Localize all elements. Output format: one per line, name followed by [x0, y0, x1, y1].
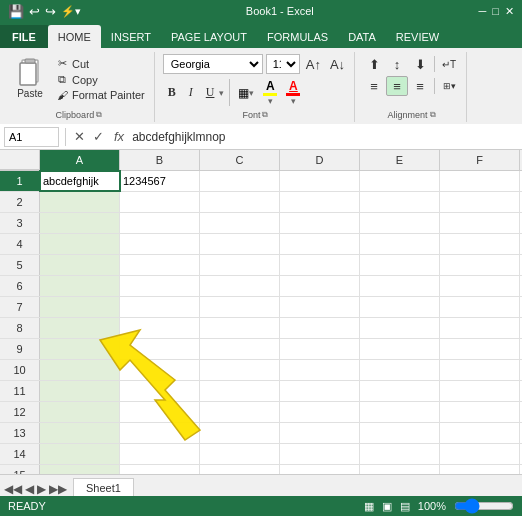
row-header-13[interactable]: 13 [0, 423, 40, 443]
cell-D6[interactable] [280, 276, 360, 296]
row-header-11[interactable]: 11 [0, 381, 40, 401]
fill-color-dropdown[interactable]: ▾ [268, 96, 273, 106]
copy-button[interactable]: ⧉ Copy [52, 72, 148, 87]
cell-E13[interactable] [360, 423, 440, 443]
minimize-button[interactable]: ─ [479, 5, 487, 18]
cell-B14[interactable] [120, 444, 200, 464]
tab-data[interactable]: DATA [338, 25, 386, 48]
cell-E1[interactable] [360, 171, 440, 191]
cell-B12[interactable] [120, 402, 200, 422]
row-header-12[interactable]: 12 [0, 402, 40, 422]
cell-F13[interactable] [440, 423, 520, 443]
col-header-E[interactable]: E [360, 150, 440, 170]
cell-F9[interactable] [440, 339, 520, 359]
cell-A7[interactable] [40, 297, 120, 317]
cell-F15[interactable] [440, 465, 520, 474]
cancel-formula-button[interactable]: ✕ [72, 129, 87, 144]
cell-reference-box[interactable]: A1 [4, 127, 59, 147]
cell-D4[interactable] [280, 234, 360, 254]
underline-dropdown-icon[interactable]: ▾ [219, 88, 224, 98]
col-header-A[interactable]: A [40, 150, 120, 170]
font-color-button[interactable]: A ▾ [283, 77, 303, 108]
cell-F2[interactable] [440, 192, 520, 212]
row-header-7[interactable]: 7 [0, 297, 40, 317]
clipboard-expander-icon[interactable]: ⧉ [96, 110, 102, 120]
cell-C15[interactable] [200, 465, 280, 474]
cell-C2[interactable] [200, 192, 280, 212]
row-header-8[interactable]: 8 [0, 318, 40, 338]
cell-F10[interactable] [440, 360, 520, 380]
cell-D14[interactable] [280, 444, 360, 464]
cell-A14[interactable] [40, 444, 120, 464]
sheet-nav-last[interactable]: ▶▶ [49, 482, 67, 496]
cell-B7[interactable] [120, 297, 200, 317]
cell-C6[interactable] [200, 276, 280, 296]
cell-F1[interactable] [440, 171, 520, 191]
alignment-expander-icon[interactable]: ⧉ [430, 110, 436, 120]
font-color-dropdown[interactable]: ▾ [291, 96, 296, 106]
cell-F4[interactable] [440, 234, 520, 254]
cell-A3[interactable] [40, 213, 120, 233]
save-icon[interactable]: 💾 [8, 4, 24, 19]
row-header-10[interactable]: 10 [0, 360, 40, 380]
align-top-button[interactable]: ⬆ [363, 54, 385, 74]
cell-E8[interactable] [360, 318, 440, 338]
font-family-select[interactable]: Georgia [163, 54, 263, 74]
tab-insert[interactable]: INSERT [101, 25, 161, 48]
cell-E4[interactable] [360, 234, 440, 254]
cell-E5[interactable] [360, 255, 440, 275]
cell-E15[interactable] [360, 465, 440, 474]
tab-home[interactable]: HOME [48, 25, 101, 48]
cell-E2[interactable] [360, 192, 440, 212]
cell-A10[interactable] [40, 360, 120, 380]
font-expander-icon[interactable]: ⧉ [262, 110, 268, 120]
select-all-button[interactable] [0, 150, 40, 170]
cell-A1[interactable]: abcdefghijk [40, 171, 120, 191]
cell-C12[interactable] [200, 402, 280, 422]
cell-D11[interactable] [280, 381, 360, 401]
page-layout-view-icon[interactable]: ▣ [382, 500, 392, 513]
cell-B6[interactable] [120, 276, 200, 296]
sheet-nav-first[interactable]: ◀◀ [4, 482, 22, 496]
sheet-nav-prev[interactable]: ◀ [25, 482, 34, 496]
cell-C13[interactable] [200, 423, 280, 443]
cell-C8[interactable] [200, 318, 280, 338]
cell-F6[interactable] [440, 276, 520, 296]
tab-page-layout[interactable]: PAGE LAYOUT [161, 25, 257, 48]
italic-button[interactable]: I [184, 83, 198, 103]
cell-E11[interactable] [360, 381, 440, 401]
cell-B13[interactable] [120, 423, 200, 443]
wrap-text-button[interactable]: ↵T [438, 54, 460, 74]
cell-B2[interactable] [120, 192, 200, 212]
row-header-6[interactable]: 6 [0, 276, 40, 296]
cell-A15[interactable] [40, 465, 120, 474]
cell-E14[interactable] [360, 444, 440, 464]
bold-button[interactable]: B [163, 83, 181, 103]
cell-D10[interactable] [280, 360, 360, 380]
align-bottom-button[interactable]: ⬇ [409, 54, 431, 74]
cell-B8[interactable] [120, 318, 200, 338]
cell-D2[interactable] [280, 192, 360, 212]
cell-E10[interactable] [360, 360, 440, 380]
cell-C10[interactable] [200, 360, 280, 380]
merge-center-button[interactable]: ⊞▾ [438, 76, 460, 96]
row-header-15[interactable]: 15 [0, 465, 40, 474]
col-header-B[interactable]: B [120, 150, 200, 170]
cell-F7[interactable] [440, 297, 520, 317]
cell-C11[interactable] [200, 381, 280, 401]
tab-formulas[interactable]: FORMULAS [257, 25, 338, 48]
tab-review[interactable]: REVIEW [386, 25, 449, 48]
align-middle-button[interactable]: ↕ [386, 54, 408, 74]
row-header-3[interactable]: 3 [0, 213, 40, 233]
cell-E7[interactable] [360, 297, 440, 317]
paste-button[interactable]: Paste [10, 54, 50, 101]
undo-icon[interactable]: ↩ [29, 4, 40, 19]
fill-color-button[interactable]: A ▾ [260, 77, 280, 108]
cell-F14[interactable] [440, 444, 520, 464]
cell-C1[interactable] [200, 171, 280, 191]
cell-F11[interactable] [440, 381, 520, 401]
col-header-C[interactable]: C [200, 150, 280, 170]
cell-A11[interactable] [40, 381, 120, 401]
cell-D5[interactable] [280, 255, 360, 275]
cell-B11[interactable] [120, 381, 200, 401]
